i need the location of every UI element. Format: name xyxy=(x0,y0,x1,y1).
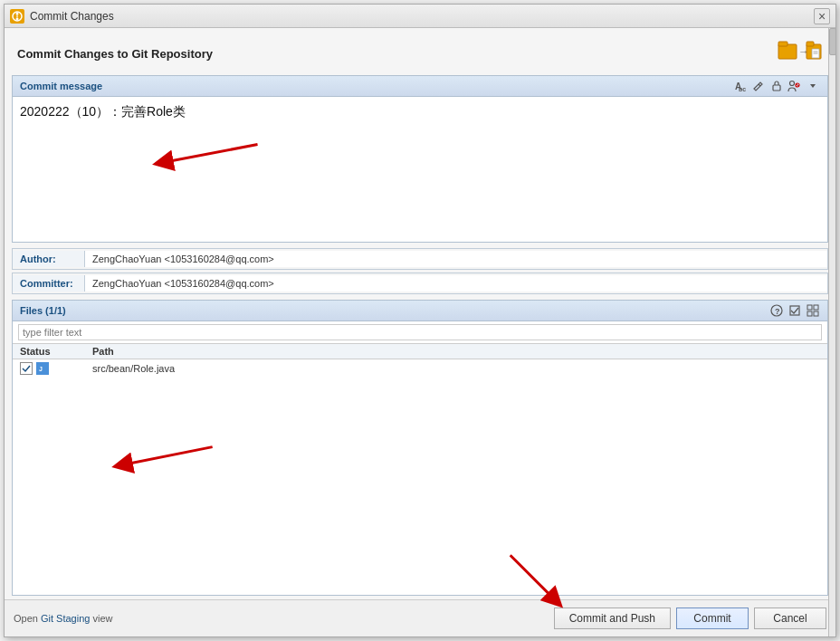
commit-message-text: 2020222（10）：完善Role类 xyxy=(20,104,820,120)
lock-icon[interactable] xyxy=(769,79,784,93)
files-section: Files (1/1) ? Status Path xyxy=(12,300,828,596)
folder-arrow-icon: → xyxy=(778,37,823,70)
dialog-header: Commit Changes to Git Repository → xyxy=(5,28,835,75)
files-toolbar: ? xyxy=(769,303,820,318)
commit-button[interactable]: Commit xyxy=(676,608,749,629)
dropdown-icon[interactable] xyxy=(806,79,820,93)
svg-rect-24 xyxy=(814,305,818,310)
files-table-header: Status Path xyxy=(13,344,827,359)
title-bar-text: Commit Changes xyxy=(30,10,114,23)
svg-rect-8 xyxy=(807,42,814,46)
files-table: Status Path J src/bean/Role.java xyxy=(13,344,827,595)
commit-and-push-button[interactable]: Commit and Push xyxy=(554,608,671,629)
svg-marker-19 xyxy=(810,84,816,88)
file-type-icon: J xyxy=(36,362,49,375)
svg-point-2 xyxy=(16,17,19,20)
committer-label: Committer: xyxy=(13,275,85,292)
author-value: ZengChaoYuan <1053160284@qq.com> xyxy=(85,251,827,267)
svg-rect-5 xyxy=(778,42,788,46)
files-section-label: Files (1/1) xyxy=(20,305,66,316)
files-filter[interactable] xyxy=(13,321,827,344)
commit-message-header: Commit message Abc xyxy=(13,76,827,97)
expand-icon[interactable] xyxy=(806,303,820,318)
cancel-button[interactable]: Cancel xyxy=(754,608,826,629)
commit-message-section: Commit message Abc 2020222 xyxy=(12,75,828,243)
author-row: Author: ZengChaoYuan <1053160284@qq.com> xyxy=(12,248,828,270)
footer-left: Open Git Staging view xyxy=(14,613,112,624)
help-icon[interactable]: ? xyxy=(769,303,784,318)
commit-message-content[interactable]: 2020222（10）：完善Role类 xyxy=(13,97,827,242)
file-status-cell: J xyxy=(20,362,92,375)
path-column-header: Path xyxy=(92,346,820,357)
file-path-cell: src/bean/Role.java xyxy=(92,363,820,374)
committer-row: Committer: ZengChaoYuan <1053160284@qq.c… xyxy=(12,273,828,294)
open-label: Open xyxy=(14,613,41,624)
filter-input[interactable] xyxy=(18,324,822,340)
table-row[interactable]: J src/bean/Role.java xyxy=(13,359,827,378)
close-button[interactable]: × xyxy=(814,8,830,24)
svg-text:?: ? xyxy=(775,307,780,316)
dialog-footer: Open Git Staging view Commit and Push Co… xyxy=(5,599,835,636)
svg-line-14 xyxy=(759,84,760,86)
user-icon[interactable] xyxy=(788,79,802,93)
file-checkbox[interactable] xyxy=(20,362,33,375)
edit-icon[interactable] xyxy=(751,79,766,93)
scrollbar-thumb[interactable] xyxy=(829,28,836,55)
folder-icon-container: → xyxy=(778,37,823,70)
files-section-header: Files (1/1) ? xyxy=(13,301,827,321)
svg-point-1 xyxy=(16,12,19,14)
title-bar: Commit Changes × xyxy=(5,5,835,28)
svg-text:bc: bc xyxy=(739,86,746,92)
footer-buttons: Commit and Push Commit Cancel xyxy=(554,608,826,629)
dialog-header-title: Commit Changes to Git Repository xyxy=(17,47,213,61)
svg-rect-23 xyxy=(807,305,812,310)
title-bar-left: Commit Changes xyxy=(10,9,114,24)
commit-message-label: Commit message xyxy=(20,81,102,91)
commit-dialog: Commit Changes × Commit Changes to Git R… xyxy=(4,4,836,637)
svg-rect-15 xyxy=(773,85,780,91)
svg-point-16 xyxy=(790,81,795,86)
check-all-icon[interactable] xyxy=(788,303,802,318)
svg-rect-25 xyxy=(807,311,812,316)
svg-rect-26 xyxy=(814,311,818,316)
author-section: Author: ZengChaoYuan <1053160284@qq.com>… xyxy=(12,248,828,297)
author-label: Author: xyxy=(13,251,85,267)
scrollbar[interactable] xyxy=(828,28,835,636)
commit-message-toolbar: Abc xyxy=(733,79,820,93)
svg-text:J: J xyxy=(39,366,43,372)
git-staging-link[interactable]: Git Staging xyxy=(41,613,90,624)
git-icon xyxy=(10,9,24,24)
committer-value: ZengChaoYuan <1053160284@qq.com> xyxy=(85,275,827,292)
view-label: view xyxy=(90,613,112,624)
spell-check-icon[interactable]: Abc xyxy=(733,79,748,93)
status-column-header: Status xyxy=(20,346,92,357)
